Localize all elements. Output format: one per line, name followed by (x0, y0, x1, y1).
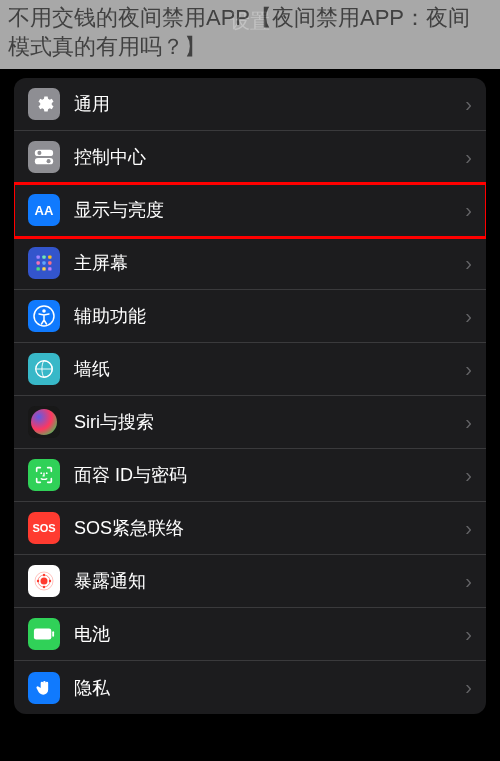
svg-rect-6 (48, 256, 51, 259)
chevron-right-icon: › (465, 623, 472, 646)
row-display-brightness[interactable]: AA 显示与亮度 › (14, 184, 486, 237)
svg-point-22 (49, 580, 51, 582)
row-battery[interactable]: 电池 › (14, 608, 486, 661)
chevron-right-icon: › (465, 252, 472, 275)
row-exposure-notification[interactable]: 暴露通知 › (14, 555, 486, 608)
chevron-right-icon: › (465, 305, 472, 328)
wallpaper-icon (28, 353, 60, 385)
row-label: SOS紧急联络 (74, 516, 459, 540)
row-sos[interactable]: SOS SOS紧急联络 › (14, 502, 486, 555)
chevron-right-icon: › (465, 358, 472, 381)
home-screen-icon (28, 247, 60, 279)
row-label: 辅助功能 (74, 304, 459, 328)
settings-list: 通用 › 控制中心 › AA 显示与亮度 › 主屏幕 › 辅助功能 (14, 78, 486, 714)
exposure-icon (28, 565, 60, 597)
svg-rect-10 (37, 267, 40, 270)
control-center-icon (28, 141, 60, 173)
row-accessibility[interactable]: 辅助功能 › (14, 290, 486, 343)
svg-point-23 (43, 574, 45, 576)
svg-rect-8 (42, 261, 45, 264)
row-label: 电池 (74, 622, 459, 646)
svg-point-14 (42, 309, 46, 313)
svg-point-18 (41, 578, 48, 585)
svg-rect-11 (42, 267, 45, 270)
svg-point-17 (46, 472, 48, 474)
svg-rect-4 (37, 256, 40, 259)
row-label: 墙纸 (74, 357, 459, 381)
settings-content: 通用 › 控制中心 › AA 显示与亮度 › 主屏幕 › 辅助功能 (14, 78, 486, 761)
row-general[interactable]: 通用 › (14, 78, 486, 131)
privacy-icon (28, 672, 60, 704)
row-siri-search[interactable]: Siri与搜索 › (14, 396, 486, 449)
svg-rect-12 (48, 267, 51, 270)
face-id-icon (28, 459, 60, 491)
svg-point-16 (40, 472, 42, 474)
svg-point-3 (47, 159, 51, 163)
row-wallpaper[interactable]: 墙纸 › (14, 343, 486, 396)
svg-rect-25 (34, 629, 51, 640)
siri-icon (28, 406, 60, 438)
svg-rect-26 (52, 631, 54, 637)
row-privacy[interactable]: 隐私 › (14, 661, 486, 714)
chevron-right-icon: › (465, 464, 472, 487)
accessibility-icon (28, 300, 60, 332)
row-label: 隐私 (74, 676, 459, 700)
row-home-screen[interactable]: 主屏幕 › (14, 237, 486, 290)
row-label: 主屏幕 (74, 251, 459, 275)
chevron-right-icon: › (465, 517, 472, 540)
row-label: 通用 (74, 92, 459, 116)
sos-icon: SOS (28, 512, 60, 544)
row-label: 控制中心 (74, 145, 459, 169)
svg-rect-9 (48, 261, 51, 264)
row-label: 显示与亮度 (74, 198, 459, 222)
battery-icon (28, 618, 60, 650)
row-control-center[interactable]: 控制中心 › (14, 131, 486, 184)
row-label: Siri与搜索 (74, 410, 459, 434)
row-label: 暴露通知 (74, 569, 459, 593)
chevron-right-icon: › (465, 676, 472, 699)
row-face-id[interactable]: 面容 ID与密码 › (14, 449, 486, 502)
chevron-right-icon: › (465, 146, 472, 169)
svg-point-1 (37, 151, 41, 155)
chevron-right-icon: › (465, 411, 472, 434)
row-label: 面容 ID与密码 (74, 463, 459, 487)
general-icon (28, 88, 60, 120)
display-brightness-icon: AA (28, 194, 60, 226)
chevron-right-icon: › (465, 199, 472, 222)
article-title-overlay: 不用交钱的夜间禁用APP【夜间禁用APP：夜间模式真的有用吗？】 (0, 0, 500, 69)
chevron-right-icon: › (465, 570, 472, 593)
svg-rect-7 (37, 261, 40, 264)
svg-point-24 (43, 586, 45, 588)
chevron-right-icon: › (465, 93, 472, 116)
svg-rect-5 (42, 256, 45, 259)
svg-point-21 (37, 580, 39, 582)
